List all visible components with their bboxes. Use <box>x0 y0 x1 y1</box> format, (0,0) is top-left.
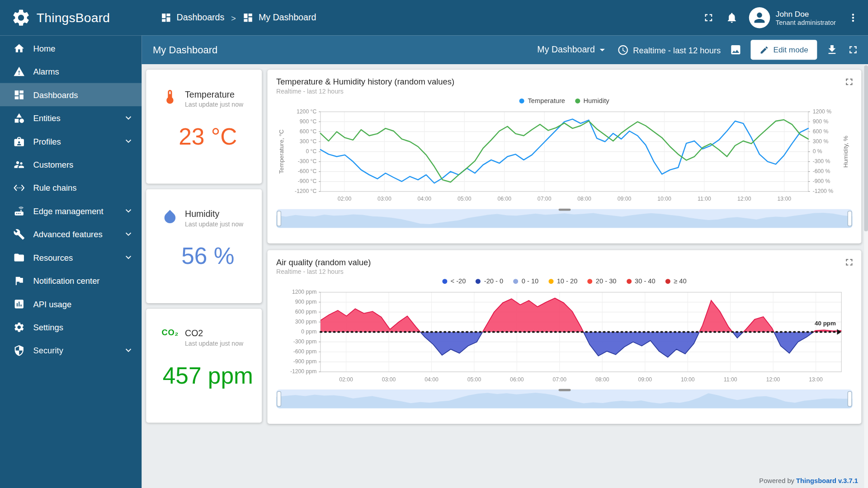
legend-item[interactable]: 0 - 10 <box>513 277 538 285</box>
powered-by-footer: Powered by Thingsboard v.3.7.1 <box>759 477 858 485</box>
time-range-selector[interactable] <box>276 389 853 408</box>
legend-item[interactable]: < -20 <box>442 277 466 285</box>
sidebar-item-customers[interactable]: Customers <box>0 153 142 176</box>
sidebar-item-label: Edge management <box>33 206 114 216</box>
sidebar-item-advanced-features[interactable]: Advanced features <box>0 222 142 245</box>
sidebar-item-label: Entities <box>33 113 114 122</box>
breadcrumb-separator: > <box>231 13 236 23</box>
sidebar-item-security[interactable]: Security <box>0 338 142 361</box>
vertical-scrollbar[interactable] <box>864 64 868 488</box>
notifications-bell-icon[interactable] <box>726 12 738 24</box>
edit-mode-button[interactable]: Edit mode <box>750 40 817 60</box>
svg-text:08:00: 08:00 <box>577 196 591 202</box>
time-window-button[interactable]: Realtime - last 12 hours <box>617 44 721 56</box>
svg-text:03:00: 03:00 <box>382 376 396 383</box>
fullscreen-icon[interactable] <box>703 12 715 24</box>
temperature-humidity-chart[interactable]: 02:0003:0004:0005:0006:0007:0008:0009:00… <box>276 108 853 206</box>
legend-item[interactable]: Humidity <box>575 97 609 104</box>
co2-card[interactable]: CO₂ CO2 Last update just now 457 ppm <box>146 309 262 422</box>
range-grip[interactable] <box>558 209 571 211</box>
sidebar-item-dashboards[interactable]: Dashboards <box>0 83 142 106</box>
svg-text:09:00: 09:00 <box>638 376 652 383</box>
range-grip[interactable] <box>558 389 571 391</box>
sidebar-item-edge-management[interactable]: Edge management <box>0 199 142 222</box>
user-menu[interactable]: John Doe Tenant administrator <box>749 7 836 28</box>
chevron-down-icon <box>123 113 134 123</box>
svg-text:04:00: 04:00 <box>418 196 432 202</box>
sidebar-item-profiles[interactable]: Profiles <box>0 130 142 153</box>
svg-text:02:00: 02:00 <box>338 196 352 202</box>
air-quality-chart[interactable]: 02:0003:0004:0005:0006:0007:0008:0009:00… <box>276 288 853 386</box>
dashboards-icon <box>160 12 171 23</box>
legend-label: Temperature <box>528 97 566 104</box>
fullscreen-icon[interactable] <box>847 44 859 56</box>
legend-dot-icon <box>476 279 481 284</box>
edit-mode-label: Edit mode <box>774 45 808 54</box>
breadcrumb-label: My Dashboard <box>259 13 316 23</box>
scrollbar-thumb[interactable] <box>864 65 868 231</box>
range-handle-left[interactable] <box>277 391 281 407</box>
legend-item[interactable]: 30 - 40 <box>627 277 656 285</box>
breadcrumb-my-dashboard[interactable]: My Dashboard <box>242 12 316 23</box>
humidity-value: 56 % <box>162 243 254 270</box>
sidebar-item-api-usage[interactable]: API usage <box>0 292 142 315</box>
svg-text:0 %: 0 % <box>813 148 822 155</box>
thingsboard-version-link[interactable]: Thingsboard v.3.7.1 <box>796 477 858 485</box>
sidebar-item-label: Advanced features <box>33 230 114 239</box>
legend-label: 30 - 40 <box>635 277 656 285</box>
svg-text:0 °C: 0 °C <box>306 148 316 155</box>
legend-dot-icon <box>519 98 524 103</box>
svg-text:11:00: 11:00 <box>724 376 737 383</box>
range-handle-left[interactable] <box>277 211 281 226</box>
clock-icon <box>617 44 629 56</box>
expand-chart-icon[interactable] <box>844 257 854 270</box>
svg-text:-900 ppm: -900 ppm <box>293 358 317 365</box>
expand-chart-icon[interactable] <box>844 76 854 89</box>
legend-dot-icon <box>548 279 553 284</box>
dashboard-select[interactable]: My Dashboard <box>537 44 608 56</box>
settings-ethernet-icon <box>13 182 25 193</box>
legend-item[interactable]: 20 - 30 <box>587 277 616 285</box>
download-icon[interactable] <box>826 44 838 56</box>
card-title: CO2 <box>185 328 243 338</box>
user-role: Tenant administrator <box>776 19 836 27</box>
dashboard-icon <box>242 12 253 23</box>
sidebar-item-home[interactable]: Home <box>0 37 142 60</box>
sidebar-item-label: API usage <box>33 299 134 309</box>
svg-text:900 ppm: 900 ppm <box>295 299 317 305</box>
breadcrumb-dashboards[interactable]: Dashboards <box>160 12 224 23</box>
legend-label: 10 - 20 <box>557 277 578 285</box>
svg-text:02:00: 02:00 <box>339 376 353 383</box>
time-range-selector[interactable] <box>276 209 853 228</box>
chevron-down-icon <box>123 229 134 239</box>
legend-label: Humidity <box>583 97 609 104</box>
chevron-down-icon <box>123 252 134 263</box>
legend-item[interactable]: ≥ 40 <box>665 277 687 285</box>
thingsboard-gear-icon <box>11 8 31 28</box>
sidebar-item-settings[interactable]: Settings <box>0 315 142 338</box>
sidebar-item-resources[interactable]: Resources <box>0 246 142 269</box>
temperature-card[interactable]: Temperature Last update just now 23 °C <box>146 70 262 183</box>
image-export-icon[interactable] <box>730 44 742 56</box>
range-handle-right[interactable] <box>848 391 852 407</box>
sidebar-item-alarms[interactable]: Alarms <box>0 60 142 83</box>
co2-icon: CO₂ <box>162 328 179 338</box>
svg-text:03:00: 03:00 <box>377 196 392 202</box>
range-handle-right[interactable] <box>848 211 852 226</box>
humidity-card[interactable]: Humidity Last update just now 56 % <box>146 189 262 303</box>
legend-item[interactable]: -20 - 0 <box>476 277 503 285</box>
app-logo[interactable]: ThingsBoard <box>0 8 142 28</box>
legend-item[interactable]: Temperature <box>519 97 565 104</box>
chevron-down-icon <box>123 136 134 146</box>
card-subtitle: Last update just now <box>185 101 243 108</box>
page-title: My Dashboard <box>153 44 217 56</box>
sidebar-item-entities[interactable]: Entities <box>0 106 142 129</box>
sidebar-item-rule-chains[interactable]: Rule chains <box>0 176 142 199</box>
more-vert-icon[interactable] <box>847 12 859 24</box>
sidebar-item-notification-center[interactable]: Notification center <box>0 269 142 292</box>
legend-item[interactable]: 10 - 20 <box>548 277 577 285</box>
legend-dot-icon <box>627 279 632 284</box>
svg-text:1200 °C: 1200 °C <box>297 108 316 115</box>
legend-label: 0 - 10 <box>522 277 539 285</box>
svg-text:300 °C: 300 °C <box>300 138 317 145</box>
